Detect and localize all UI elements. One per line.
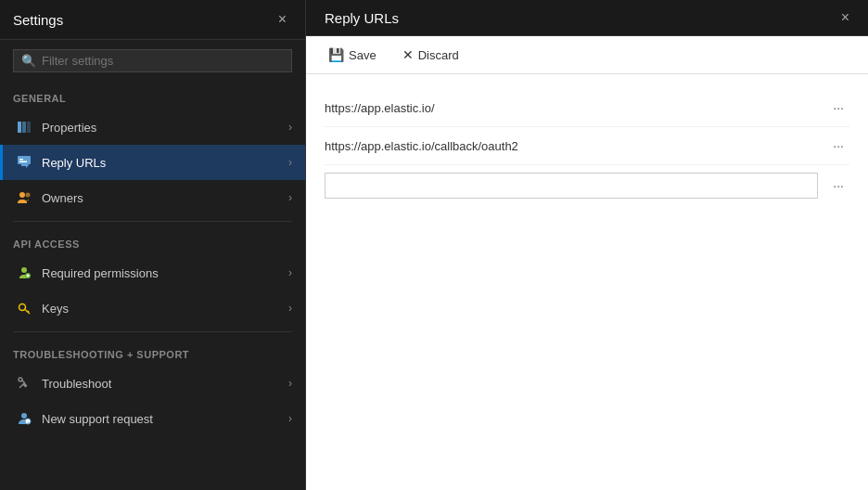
troubleshoot-icon: [16, 375, 32, 392]
owners-label: Owners: [42, 191, 279, 205]
sidebar-item-reply-urls[interactable]: Reply URLs ›: [0, 145, 305, 180]
url-row-1: https://app.elastic.io/callback/oauth2 ·…: [325, 127, 849, 165]
new-url-input[interactable]: [325, 173, 818, 199]
search-icon: 🔍: [21, 54, 36, 68]
required-permissions-label: Required permissions: [42, 266, 279, 280]
settings-panel: Settings × 🔍 GENERAL Properties ›: [0, 0, 306, 490]
reply-urls-chevron: ›: [288, 156, 292, 169]
svg-point-16: [21, 413, 27, 419]
svg-point-7: [19, 192, 25, 198]
sidebar-item-properties[interactable]: Properties ›: [0, 110, 305, 145]
content-area: https://app.elastic.io/ ··· https://app.…: [306, 74, 868, 490]
svg-point-8: [26, 193, 31, 198]
keys-icon: [16, 300, 32, 316]
save-button[interactable]: 💾 Save: [325, 45, 380, 64]
properties-label: Properties: [42, 121, 279, 135]
divider-troubleshoot: [13, 331, 292, 332]
svg-rect-4: [19, 159, 23, 161]
search-input-wrap: 🔍: [13, 49, 292, 72]
sidebar-item-keys[interactable]: Keys ›: [0, 290, 305, 326]
reply-urls-label: Reply URLs: [42, 156, 279, 170]
svg-rect-5: [19, 161, 27, 163]
discard-label: Discard: [418, 48, 459, 62]
troubleshoot-label: Troubleshoot: [42, 377, 279, 391]
new-support-label: New support request: [42, 412, 279, 426]
svg-rect-1: [22, 122, 26, 133]
main-header: Reply URLs ×: [306, 0, 868, 36]
troubleshoot-chevron: ›: [288, 377, 292, 390]
search-box: 🔍: [0, 40, 305, 82]
svg-point-13: [19, 304, 26, 311]
settings-body: GENERAL Properties › Rep: [0, 82, 305, 490]
section-general-label: GENERAL: [0, 82, 305, 110]
svg-point-15: [19, 378, 22, 381]
required-permissions-chevron: ›: [288, 266, 292, 279]
sidebar-item-troubleshoot[interactable]: Troubleshoot ›: [0, 366, 305, 401]
reply-urls-icon: [16, 154, 32, 171]
sidebar-item-owners[interactable]: Owners ›: [0, 180, 305, 215]
url-input-row: ···: [325, 165, 849, 206]
svg-rect-2: [27, 122, 31, 133]
properties-icon: [16, 119, 32, 135]
discard-button[interactable]: ✕ Discard: [399, 45, 463, 64]
settings-title: Settings: [13, 12, 63, 28]
new-url-more-button[interactable]: ···: [827, 176, 849, 195]
owners-icon: [16, 189, 32, 206]
main-title: Reply URLs: [325, 10, 399, 26]
save-label: Save: [349, 48, 377, 62]
filter-settings-input[interactable]: [42, 54, 284, 68]
sidebar-item-required-permissions[interactable]: Required permissions ›: [0, 255, 305, 290]
svg-rect-0: [18, 122, 21, 133]
svg-point-9: [21, 267, 27, 273]
url-value-0: https://app.elastic.io/: [325, 101, 818, 115]
support-icon: +: [16, 410, 32, 427]
settings-close-button[interactable]: ×: [273, 9, 292, 30]
url-more-button-0[interactable]: ···: [827, 98, 849, 117]
properties-chevron: ›: [288, 121, 292, 134]
required-permissions-icon: [16, 264, 32, 281]
sidebar-item-new-support[interactable]: + New support request ›: [0, 401, 305, 436]
divider-api: [13, 221, 292, 222]
discard-icon: ✕: [402, 47, 414, 62]
save-icon: 💾: [328, 47, 344, 62]
settings-header: Settings ×: [0, 0, 305, 40]
svg-text:+: +: [27, 419, 31, 425]
section-api-label: API ACCESS: [0, 227, 305, 255]
url-row-0: https://app.elastic.io/ ···: [325, 89, 849, 127]
keys-chevron: ›: [288, 302, 292, 315]
section-troubleshoot-label: TROUBLESHOOTING + SUPPORT: [0, 338, 305, 366]
new-support-chevron: ›: [288, 412, 292, 425]
keys-label: Keys: [42, 302, 279, 316]
main-content: Reply URLs × 💾 Save ✕ Discard https://ap…: [306, 0, 868, 490]
url-value-1: https://app.elastic.io/callback/oauth2: [325, 139, 818, 153]
main-close-button[interactable]: ×: [841, 9, 849, 26]
owners-chevron: ›: [288, 191, 292, 204]
toolbar: 💾 Save ✕ Discard: [306, 36, 868, 74]
svg-rect-14: [22, 382, 28, 388]
url-more-button-1[interactable]: ···: [827, 136, 849, 155]
